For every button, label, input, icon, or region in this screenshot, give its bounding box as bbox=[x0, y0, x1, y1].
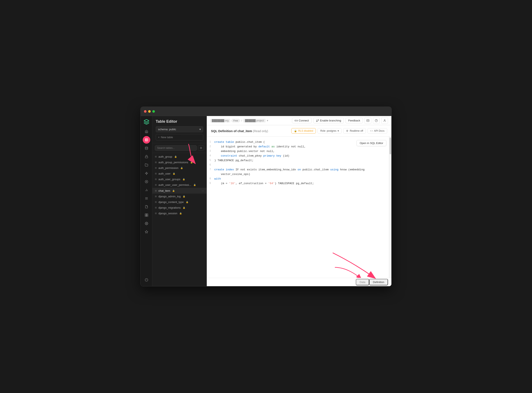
schema-selector[interactable]: schema: public ▾ bbox=[156, 126, 203, 132]
realtime-icon bbox=[346, 130, 348, 132]
line-number: 3 bbox=[207, 149, 214, 153]
role-button[interactable]: Role postgres ▾ bbox=[317, 128, 341, 134]
table-row[interactable]: ⊞ auth_group 🔒 bbox=[152, 154, 206, 159]
svg-marker-29 bbox=[346, 130, 348, 132]
lock-icon: 🔒 bbox=[186, 201, 188, 203]
api-docs-button[interactable]: API Docs bbox=[367, 128, 387, 134]
nav-actions: Connect Enable branching Feedback bbox=[292, 117, 388, 124]
table-name: auth_group_permissions bbox=[158, 161, 188, 164]
line-number: 1 bbox=[207, 140, 214, 144]
filter-button[interactable]: ⚙ bbox=[198, 145, 204, 151]
lock-icon: 🔒 bbox=[193, 184, 196, 186]
lock-icon: 🔒 bbox=[190, 161, 193, 163]
lock-icon: 🔒 bbox=[182, 178, 185, 180]
plus-icon: + bbox=[158, 136, 160, 139]
open-sql-editor-button[interactable]: Open in SQL Editor bbox=[357, 140, 386, 146]
more-options-icon[interactable]: ··· bbox=[201, 189, 204, 192]
sidebar-item-extensions[interactable] bbox=[143, 211, 150, 219]
table-row[interactable]: ⊞ django_session 🔒 bbox=[152, 211, 206, 216]
code-line-4: 4 constraint chat_item_pkey primary key … bbox=[207, 154, 389, 158]
role-label: Role bbox=[320, 129, 326, 132]
rls-label: RLS disabled bbox=[298, 129, 313, 132]
lock-icon: 🔒 bbox=[173, 172, 175, 175]
table-icon: ⊞ bbox=[155, 201, 157, 203]
line-content: ) TABLESPACE pg_default; bbox=[214, 158, 253, 163]
table-name: auth_permission bbox=[158, 166, 178, 170]
table-name: django_content_type bbox=[158, 201, 184, 204]
connect-button[interactable]: Connect bbox=[292, 118, 311, 123]
sidebar-item-advisor[interactable] bbox=[143, 276, 150, 284]
svg-point-18 bbox=[146, 223, 147, 224]
sidebar-item-integrations[interactable] bbox=[143, 228, 150, 236]
sidebar-item-auth[interactable] bbox=[143, 153, 150, 160]
svg-rect-17 bbox=[146, 215, 148, 216]
lock-icon: 🔒 bbox=[294, 130, 297, 132]
table-name: auth_group bbox=[158, 155, 172, 158]
sidebar-icons-bottom bbox=[143, 276, 150, 284]
breadcrumb-slash: / bbox=[241, 119, 242, 122]
mail-icon-button[interactable] bbox=[365, 117, 371, 124]
sidebar-item-realtime[interactable] bbox=[143, 178, 150, 185]
table-icon: ⊞ bbox=[155, 189, 157, 192]
api-docs-icon bbox=[370, 130, 373, 132]
code-line-8: 8 with bbox=[207, 177, 389, 182]
code-line-7: 7 create index IF not exists item_embedd… bbox=[207, 168, 389, 172]
table-row[interactable]: ⊞ auth_user 🔒 bbox=[152, 171, 206, 177]
connect-icon bbox=[295, 119, 298, 122]
line-content: id bigint generated by default as identi… bbox=[214, 145, 306, 149]
table-row[interactable]: ⊞ auth_permission 🔒 bbox=[152, 165, 206, 171]
table-row-active[interactable]: ⊞ chat_item 🔒 ··· bbox=[152, 188, 206, 194]
sidebar-item-database[interactable] bbox=[143, 144, 150, 152]
table-name: auth_user_user_permissi... bbox=[158, 183, 191, 187]
table-row[interactable]: ⊞ django_content_type 🔒 bbox=[152, 199, 206, 205]
sidebar-item-reports[interactable] bbox=[143, 186, 150, 194]
scrollbar[interactable] bbox=[389, 137, 391, 278]
code-editor[interactable]: 1 create table public.chat_item ( 2 id b… bbox=[207, 137, 389, 278]
sidebar-item-settings[interactable] bbox=[143, 220, 150, 227]
sidebar-item-storage[interactable] bbox=[143, 161, 150, 169]
page-title: Table Editor bbox=[156, 119, 203, 124]
table-row[interactable]: ⊞ django_admin_log 🔒 bbox=[152, 194, 206, 199]
table-name: django_admin_log bbox=[158, 195, 181, 198]
sidebar-item-functions[interactable] bbox=[143, 170, 150, 177]
left-panel-header: Table Editor schema: public ▾ + New tabl… bbox=[152, 116, 206, 143]
chevron-down-icon: ▾ bbox=[338, 129, 339, 132]
table-row[interactable]: ⊞ auth_group_permissions 🔒 bbox=[152, 159, 206, 165]
sidebar-item-home[interactable] bbox=[143, 128, 150, 135]
new-table-button[interactable]: + New table bbox=[156, 134, 203, 141]
svg-rect-16 bbox=[145, 215, 146, 216]
help-icon-button[interactable] bbox=[373, 117, 380, 124]
data-tab[interactable]: Data bbox=[356, 279, 369, 285]
minimize-button[interactable] bbox=[148, 110, 151, 113]
svg-rect-15 bbox=[146, 214, 148, 215]
line-content: create table public.chat_item ( bbox=[214, 140, 265, 144]
table-icon: ⊞ bbox=[155, 155, 157, 158]
realtime-button[interactable]: Realtime off bbox=[343, 128, 366, 134]
sidebar-item-api[interactable] bbox=[143, 203, 150, 211]
sidebar-item-logs[interactable] bbox=[143, 195, 150, 202]
rls-button[interactable]: 🔒 RLS disabled bbox=[291, 128, 316, 134]
sidebar-item-table-editor[interactable] bbox=[143, 136, 150, 144]
feedback-button[interactable]: Feedback bbox=[346, 118, 363, 123]
chevron-down-icon: ▾ bbox=[200, 128, 201, 131]
table-name: django_migrations bbox=[158, 206, 181, 209]
sidebar-icons-top bbox=[143, 128, 150, 275]
table-row[interactable]: ⊞ auth_user_user_permissi... 🔒 bbox=[152, 182, 206, 188]
line-content: with bbox=[214, 177, 221, 181]
table-row[interactable]: ⊞ auth_user_groups 🔒 bbox=[152, 177, 206, 182]
search-tables-input[interactable] bbox=[155, 145, 197, 151]
maximize-button[interactable] bbox=[152, 110, 155, 113]
window-controls bbox=[144, 110, 155, 113]
supabase-logo[interactable] bbox=[143, 118, 150, 125]
svg-point-4 bbox=[145, 147, 148, 147]
table-icon: ⊞ bbox=[155, 161, 157, 164]
table-row[interactable]: ⊞ django_migrations 🔒 bbox=[152, 205, 206, 211]
main-layout: Table Editor schema: public ▾ + New tabl… bbox=[141, 116, 391, 286]
profile-icon-button[interactable] bbox=[381, 117, 388, 124]
code-line-3: 3 embedding public.vector not null, bbox=[207, 149, 389, 154]
close-button[interactable] bbox=[144, 110, 146, 113]
enable-branching-button[interactable]: Enable branching bbox=[313, 118, 344, 123]
lock-icon: 🔒 bbox=[183, 195, 185, 197]
definition-tab[interactable]: Definition bbox=[369, 279, 388, 285]
svg-rect-0 bbox=[145, 139, 148, 141]
